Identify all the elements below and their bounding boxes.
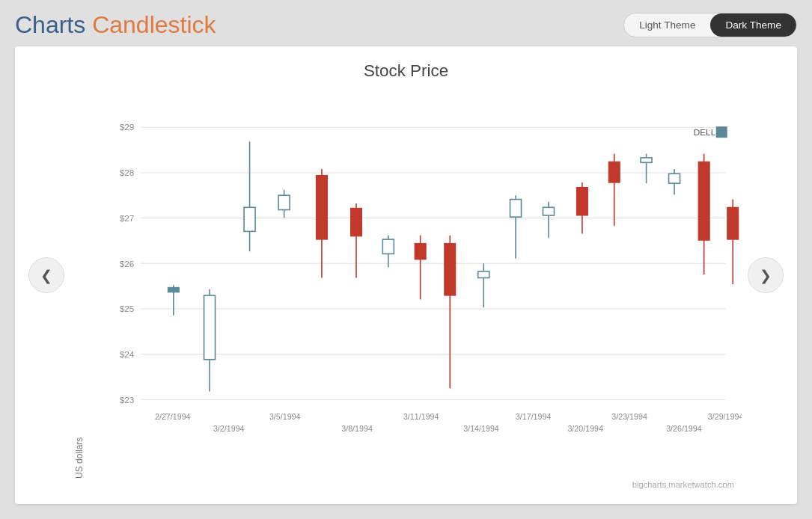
svg-rect-21 xyxy=(244,207,255,231)
svg-text:3/29/1994: 3/29/1994 xyxy=(708,412,742,421)
theme-switcher: Light Theme Dark Theme xyxy=(623,13,797,37)
light-theme-button[interactable]: Light Theme xyxy=(624,13,710,37)
svg-text:$26: $26 xyxy=(120,259,135,268)
main-content: ❮ Stock Price US dollars xyxy=(0,46,812,519)
chart-area: Stock Price US dollars xyxy=(70,61,742,489)
svg-rect-27 xyxy=(350,208,361,236)
svg-text:$23: $23 xyxy=(120,395,135,405)
title-charts: Charts xyxy=(15,11,85,38)
svg-text:$29: $29 xyxy=(120,122,135,132)
svg-rect-31 xyxy=(415,243,426,259)
svg-rect-35 xyxy=(478,271,489,278)
svg-rect-29 xyxy=(382,239,394,254)
svg-rect-45 xyxy=(641,158,652,162)
svg-text:3/11/1994: 3/11/1994 xyxy=(403,412,439,421)
svg-rect-41 xyxy=(576,188,587,215)
y-axis-label: US dollars xyxy=(70,88,85,479)
svg-text:2/27/1994: 2/27/1994 xyxy=(155,412,191,421)
svg-rect-63 xyxy=(727,207,739,239)
chart-inner: US dollars xyxy=(70,88,742,479)
svg-rect-39 xyxy=(543,207,554,215)
next-button[interactable]: ❯ xyxy=(748,257,784,293)
page-title: Charts Candlestick xyxy=(15,11,216,39)
svg-rect-25 xyxy=(316,175,327,239)
svg-rect-33 xyxy=(445,243,456,295)
svg-text:3/5/1994: 3/5/1994 xyxy=(269,412,301,421)
svg-rect-37 xyxy=(510,200,522,218)
svg-text:3/8/1994: 3/8/1994 xyxy=(341,424,373,433)
svg-text:3/23/1994: 3/23/1994 xyxy=(611,412,647,421)
svg-text:3/20/1994: 3/20/1994 xyxy=(567,424,603,433)
chart-svg-container: $29 $28 $27 $26 $25 $24 $23 DELL xyxy=(85,88,742,479)
svg-text:3/2/1994: 3/2/1994 xyxy=(213,424,245,433)
svg-rect-43 xyxy=(608,162,620,182)
svg-text:3/17/1994: 3/17/1994 xyxy=(516,412,552,421)
title-candlestick: Candlestick xyxy=(92,11,216,38)
page-header: Charts Candlestick Light Theme Dark Them… xyxy=(0,0,812,46)
dark-theme-button[interactable]: Dark Theme xyxy=(710,13,796,37)
svg-rect-47 xyxy=(669,173,680,183)
svg-text:$25: $25 xyxy=(120,304,135,313)
svg-text:DELL: DELL xyxy=(694,127,716,137)
svg-rect-49 xyxy=(698,162,709,240)
svg-rect-19 xyxy=(204,295,216,360)
candlestick-chart: $29 $28 $27 $26 $25 $24 $23 DELL xyxy=(85,88,742,479)
prev-button[interactable]: ❮ xyxy=(28,257,64,293)
svg-rect-15 xyxy=(716,126,727,138)
svg-rect-23 xyxy=(278,195,290,209)
svg-text:3/26/1994: 3/26/1994 xyxy=(666,424,702,433)
svg-rect-17 xyxy=(168,287,179,292)
svg-text:$24: $24 xyxy=(120,349,135,359)
chart-wrapper: ❮ Stock Price US dollars xyxy=(15,46,797,504)
chart-title: Stock Price xyxy=(70,61,742,81)
svg-text:3/14/1994: 3/14/1994 xyxy=(463,424,499,433)
source-text: bigcharts.marketwatch.com xyxy=(70,479,742,489)
svg-text:$28: $28 xyxy=(120,168,135,177)
svg-text:$27: $27 xyxy=(120,213,135,223)
